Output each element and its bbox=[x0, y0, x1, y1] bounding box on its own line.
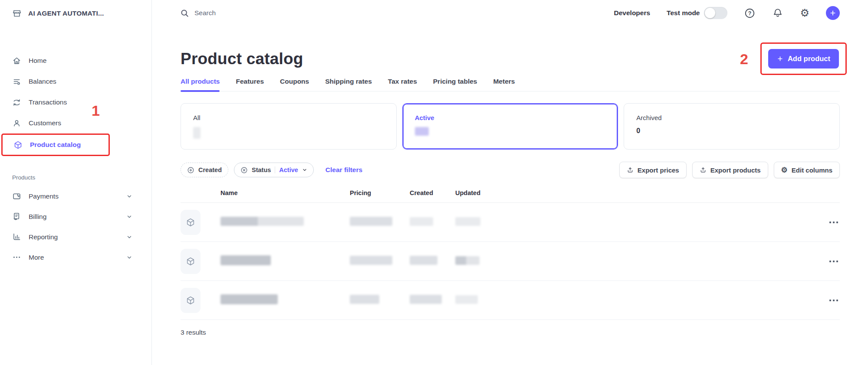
sidebar-item-more[interactable]: More bbox=[0, 247, 151, 267]
annotation-step-2: 2 bbox=[740, 52, 748, 66]
clear-filters-link[interactable]: Clear filters bbox=[326, 166, 362, 174]
notifications-bell-icon[interactable] bbox=[772, 7, 783, 19]
tab-all-products[interactable]: All products bbox=[181, 78, 220, 91]
test-mode-label: Test mode bbox=[667, 9, 700, 17]
sidebar-item-payments[interactable]: Payments bbox=[0, 186, 151, 206]
summary-card-all[interactable]: All bbox=[181, 103, 397, 150]
help-icon[interactable]: ? bbox=[744, 7, 756, 19]
column-header-created: Created bbox=[410, 189, 455, 196]
table-row[interactable] bbox=[181, 242, 840, 281]
chevron-down-icon bbox=[126, 214, 132, 220]
export-products-button[interactable]: Export products bbox=[692, 162, 768, 178]
sidebar-nav-products: Products Payments Billing bbox=[0, 174, 151, 267]
reporting-icon bbox=[12, 232, 21, 241]
product-thumbnail-icon bbox=[181, 249, 201, 274]
sidebar-item-label: Payments bbox=[29, 192, 59, 200]
filter-chip-value: Active bbox=[279, 166, 298, 173]
filter-chip-label: Status bbox=[252, 166, 271, 173]
topbar-right: Developers Test mode ? ⚙ bbox=[614, 6, 840, 20]
sidebar-item-transactions[interactable]: Transactions bbox=[0, 92, 151, 113]
gear-icon: ⚙ bbox=[781, 166, 788, 174]
tab-shipping-rates[interactable]: Shipping rates bbox=[325, 78, 372, 91]
test-mode-toggle[interactable] bbox=[704, 7, 727, 19]
product-thumbnail-icon bbox=[181, 288, 201, 313]
catalog-tabs: All products Features Coupons Shipping r… bbox=[181, 78, 840, 91]
page-header: Product catalog 2 Add product bbox=[181, 42, 840, 75]
sidebar-item-home[interactable]: Home bbox=[0, 50, 151, 71]
page-header-actions: 2 Add product bbox=[740, 42, 847, 75]
summary-card-active[interactable]: Active bbox=[402, 103, 618, 150]
filter-chip-label: Created bbox=[198, 166, 222, 173]
filter-chip-status[interactable]: Status Active bbox=[234, 163, 314, 177]
table-row[interactable] bbox=[181, 281, 840, 320]
redacted-pricing bbox=[350, 256, 392, 265]
sidebar-item-balances[interactable]: Balances bbox=[0, 71, 151, 92]
card-value-redacted bbox=[415, 127, 606, 137]
settings-gear-icon[interactable]: ⚙ bbox=[800, 8, 809, 18]
sidebar-item-label: Customers bbox=[29, 119, 61, 127]
button-label: Export prices bbox=[638, 166, 679, 174]
sidebar-item-label: Balances bbox=[29, 78, 56, 85]
sidebar-item-reporting[interactable]: Reporting bbox=[0, 227, 151, 247]
tab-meters[interactable]: Meters bbox=[493, 78, 515, 91]
button-label: Export products bbox=[710, 166, 761, 174]
card-label: Active bbox=[415, 114, 606, 121]
circle-x-icon bbox=[240, 166, 248, 174]
row-overflow-menu[interactable] bbox=[822, 222, 840, 223]
test-mode-control: Test mode bbox=[667, 7, 727, 19]
page-title: Product catalog bbox=[181, 50, 303, 68]
column-header-name: Name bbox=[220, 189, 350, 196]
sidebar-item-billing[interactable]: Billing bbox=[0, 206, 151, 227]
filter-chips: Created Status Active Clear filters bbox=[181, 163, 362, 177]
toggle-knob bbox=[705, 8, 715, 18]
more-icon bbox=[12, 253, 21, 262]
global-search[interactable] bbox=[181, 9, 325, 17]
table-actions: Export prices Export products ⚙ Edit col… bbox=[619, 162, 840, 178]
redacted-created bbox=[410, 217, 433, 226]
chip-divider bbox=[275, 166, 275, 173]
export-prices-button[interactable]: Export prices bbox=[619, 162, 687, 178]
sidebar-item-label: More bbox=[29, 254, 44, 261]
sidebar-item-product-catalog[interactable]: Product catalog bbox=[1, 134, 110, 156]
edit-columns-button[interactable]: ⚙ Edit columns bbox=[774, 162, 840, 178]
sidebar-item-label: Home bbox=[29, 57, 46, 65]
chevron-down-icon bbox=[126, 193, 132, 199]
summary-card-archived[interactable]: Archived 0 bbox=[624, 103, 840, 150]
storefront-icon bbox=[12, 9, 22, 18]
redacted-name bbox=[220, 217, 304, 226]
table-row[interactable] bbox=[181, 203, 840, 242]
developers-link[interactable]: Developers bbox=[614, 9, 651, 17]
topbar: Developers Test mode ? ⚙ bbox=[181, 0, 840, 26]
plus-icon bbox=[777, 55, 783, 62]
column-header-pricing: Pricing bbox=[350, 189, 410, 196]
add-product-button[interactable]: Add product bbox=[768, 49, 839, 68]
button-label: Edit columns bbox=[792, 166, 832, 174]
billing-icon bbox=[12, 212, 21, 221]
sidebar-item-label: Product catalog bbox=[30, 141, 81, 149]
row-overflow-menu[interactable] bbox=[822, 261, 840, 262]
tab-pricing-tables[interactable]: Pricing tables bbox=[433, 78, 477, 91]
product-thumbnail-icon bbox=[181, 210, 201, 235]
main-content: Developers Test mode ? ⚙ bbox=[152, 0, 868, 365]
filter-chip-created[interactable]: Created bbox=[181, 163, 228, 177]
tab-features[interactable]: Features bbox=[236, 78, 264, 91]
create-new-button[interactable] bbox=[826, 6, 840, 20]
products-table: Name Pricing Created Updated bbox=[181, 189, 840, 336]
product-catalog-icon bbox=[13, 140, 23, 150]
search-icon bbox=[181, 9, 189, 17]
annotation-box-add-product: Add product bbox=[760, 42, 847, 75]
tab-tax-rates[interactable]: Tax rates bbox=[388, 78, 417, 91]
search-input[interactable] bbox=[194, 9, 325, 17]
row-overflow-menu[interactable] bbox=[822, 300, 840, 301]
chevron-down-icon bbox=[126, 234, 132, 240]
account-switcher[interactable]: AI AGENT AUTOMATI... bbox=[0, 0, 151, 18]
redacted-name bbox=[220, 255, 271, 265]
card-value: 0 bbox=[636, 127, 827, 135]
redacted-updated bbox=[455, 217, 480, 226]
chevron-down-icon bbox=[126, 254, 132, 261]
redacted-name bbox=[220, 294, 278, 304]
tab-coupons[interactable]: Coupons bbox=[280, 78, 309, 91]
customers-icon bbox=[12, 119, 21, 128]
summary-cards: All Active Archived 0 bbox=[181, 103, 840, 150]
sidebar-item-customers[interactable]: Customers bbox=[0, 113, 151, 134]
